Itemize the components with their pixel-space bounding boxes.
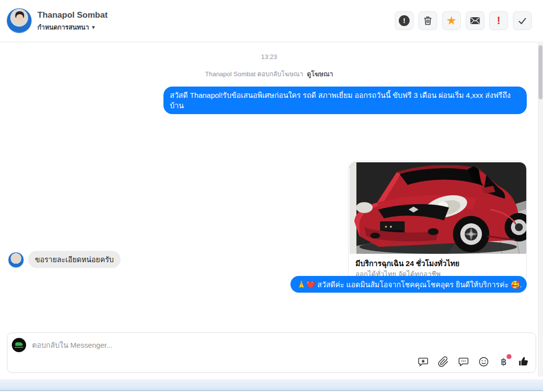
reply-composer: ฿ xyxy=(7,332,536,373)
saved-replies-icon xyxy=(417,356,429,367)
mark-spam-button[interactable]: ! xyxy=(489,11,508,30)
notification-dot xyxy=(507,354,511,359)
contact-avatar xyxy=(6,8,32,33)
conversation-schedule-label: กำหนดการสนทนา xyxy=(37,24,89,31)
ad-reply-meta: Thanapol Sombat ตอบกลับโฆษณา ดูโฆษณา xyxy=(0,69,538,79)
check-icon xyxy=(517,15,528,26)
spam-exclamation-icon: ! xyxy=(497,15,500,26)
page-avatar xyxy=(12,338,26,352)
outgoing-message-bubble: 🙏❤️ สวัสดีค่ะ แอดมินส้มโอจากโชคคุณโชคอุด… xyxy=(290,276,527,293)
outgoing-message-bubble: สวัสดี Thanapol!รับข้อเสนอพิเศษก่อนใคร ร… xyxy=(163,87,527,114)
ad-card-title: มีบริการฉุกเฉิน 24 ชั่วโมงทั่วไทย xyxy=(355,258,459,270)
baht-icon: ฿ xyxy=(501,357,507,366)
comment-bubble-icon xyxy=(458,356,469,367)
header-action-bar: ! ★ ! xyxy=(395,11,532,30)
saved-replies-button[interactable] xyxy=(417,356,429,367)
report-button[interactable]: ! xyxy=(395,11,414,30)
trash-icon xyxy=(422,15,433,26)
messenger-inbox-window: Thanapol Sombat กำหนดการสนทนา▼ ! ★ xyxy=(0,0,543,392)
ad-card-attachment[interactable]: มีบริการฉุกเฉิน 24 ชั่วโมงทั่วไทย ออกได้… xyxy=(348,161,527,282)
message-thread: 13:23 Thanapol Sombat ตอบกลับโฆษณา ดูโฆษ… xyxy=(0,43,538,332)
scrollbar-thumb[interactable] xyxy=(539,45,543,99)
star-icon: ★ xyxy=(446,15,457,27)
contact-name: Thanapol Sombat xyxy=(37,10,108,20)
contact-message-avatar xyxy=(8,252,24,268)
view-ad-link[interactable]: ดูโฆษณา xyxy=(307,70,333,78)
incoming-message-bubble: ขอรายละเอียดหน่อยครับ xyxy=(28,251,121,268)
emoji-smiley-icon xyxy=(478,356,489,367)
page-bottom-strip xyxy=(0,379,543,391)
car-photo xyxy=(350,162,526,254)
delete-button[interactable] xyxy=(418,11,437,30)
conversation-schedule-dropdown[interactable]: กำหนดการสนทนา▼ xyxy=(37,22,96,32)
attachment-icon xyxy=(438,356,449,367)
unread-envelope-icon xyxy=(469,15,481,27)
thumbs-up-icon xyxy=(518,355,530,368)
payment-button[interactable]: ฿ xyxy=(498,356,510,367)
composer-toolbar: ฿ xyxy=(417,356,530,367)
timestamp: 13:23 xyxy=(0,53,538,60)
comment-button[interactable] xyxy=(457,356,469,367)
mark-unread-button[interactable] xyxy=(466,11,484,30)
attach-file-button[interactable] xyxy=(437,356,449,367)
ad-reply-text: Thanapol Sombat ตอบกลับโฆษณา xyxy=(205,70,303,78)
emoji-button[interactable] xyxy=(478,356,489,367)
like-button[interactable] xyxy=(518,356,530,367)
conversation-header: Thanapol Sombat กำหนดการสนทนา▼ ! ★ xyxy=(0,0,543,42)
mark-done-button[interactable] xyxy=(513,11,532,30)
follow-up-button[interactable]: ★ xyxy=(442,11,461,30)
chevron-down-icon: ▼ xyxy=(91,25,96,30)
report-icon: ! xyxy=(399,15,410,26)
reply-input[interactable] xyxy=(32,338,367,352)
